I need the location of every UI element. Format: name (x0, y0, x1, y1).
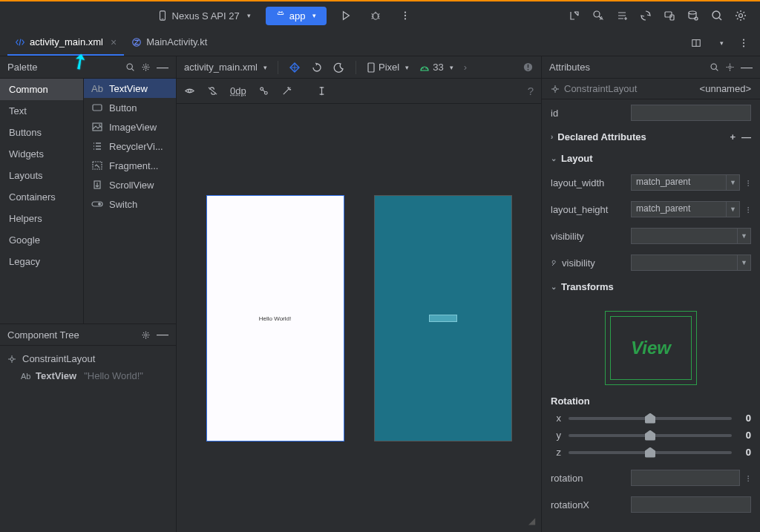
tab-main-activity[interactable]: MainActivity.kt (124, 30, 214, 56)
declared-attributes-header[interactable]: › Declared Attributes +— (542, 126, 760, 148)
flag-icon[interactable]: ⫶ (746, 473, 751, 484)
flag-icon[interactable]: ⫶ (746, 177, 751, 188)
palette-cat-buttons[interactable]: Buttons (0, 122, 83, 143)
minimize-icon[interactable]: — (157, 65, 168, 70)
rotation-title: Rotation (542, 393, 760, 410)
tree-root-label: ConstraintLayout (22, 353, 95, 364)
tree-child[interactable]: Ab TextView "Hello World!" (0, 367, 176, 384)
remove-icon[interactable]: — (741, 131, 751, 142)
debug-button[interactable] (365, 5, 386, 26)
palette-item-label: Fragment... (109, 160, 158, 171)
transforms-section-header[interactable]: ⌄ Transforms (542, 276, 760, 298)
tab-activity-main[interactable]: activity_main.xml × (7, 30, 124, 56)
orientation-icon[interactable] (311, 62, 323, 73)
api-picker[interactable]: 33 ▾ (419, 62, 453, 73)
layout-width-select[interactable]: match_parent (631, 174, 727, 191)
palette-cat-widgets[interactable]: Widgets (0, 143, 83, 165)
run-button[interactable] (335, 5, 356, 26)
split-view-button[interactable] (686, 33, 707, 53)
autoconnect-icon[interactable] (207, 85, 218, 96)
svg-point-15 (739, 14, 743, 18)
search-everywhere-button[interactable] (707, 5, 727, 26)
settings-button[interactable] (730, 5, 751, 26)
eye-icon[interactable] (184, 85, 195, 96)
gear-icon[interactable] (141, 62, 151, 72)
palette-cat-layouts[interactable]: Layouts (0, 165, 83, 186)
warning-icon[interactable] (522, 62, 534, 73)
more-actions-button[interactable] (395, 5, 416, 26)
gear-icon[interactable] (725, 62, 735, 72)
design-surface-icon[interactable] (289, 62, 301, 73)
gear-icon[interactable] (141, 330, 151, 340)
tools-visibility-select[interactable] (631, 254, 738, 271)
visibility-select[interactable] (631, 228, 738, 244)
chevron-down-icon[interactable]: ▼ (727, 201, 740, 217)
default-margin[interactable]: 0dp (230, 85, 246, 96)
palette-item-imageview[interactable]: ImageView (84, 117, 176, 137)
avd-button[interactable] (659, 5, 680, 26)
design-preview[interactable]: Hello World! (206, 195, 344, 441)
search-button[interactable]: A (588, 5, 609, 26)
chevron-right-icon[interactable]: › (464, 62, 467, 73)
rotationx-input[interactable] (631, 496, 751, 513)
rotation-x-slider: x 0 (542, 410, 760, 427)
breadcrumb[interactable]: activity_main.xml ▾ (184, 62, 267, 73)
slider-thumb[interactable] (645, 447, 655, 458)
slider-track[interactable] (569, 434, 732, 437)
search-icon[interactable] (710, 62, 719, 72)
slider-value: 0 (739, 447, 751, 458)
id-input[interactable] (631, 105, 751, 121)
palette-item-textview[interactable]: AbTextView (84, 79, 176, 98)
rotation-input[interactable] (631, 470, 740, 486)
minimize-icon[interactable]: — (157, 332, 168, 338)
build-button[interactable] (612, 5, 632, 26)
chevron-down-icon: ▾ (405, 64, 409, 71)
palette-item-recyclerview[interactable]: RecyclerVi... (84, 137, 176, 156)
palette-item-fragment[interactable]: Fragment... (84, 156, 176, 175)
guideline-icon[interactable] (316, 85, 327, 96)
slider-track[interactable] (569, 417, 732, 420)
svg-point-5 (404, 11, 406, 13)
layout-section-header[interactable]: ⌄ Layout (542, 148, 760, 169)
tab-dropdown-button[interactable]: ▾ (710, 33, 730, 53)
blueprint-widget[interactable] (430, 315, 456, 321)
infer-constraints-icon[interactable] (258, 85, 269, 96)
slider-thumb[interactable] (645, 430, 655, 441)
sync-button[interactable] (635, 5, 656, 26)
chevron-down-icon[interactable]: ▼ (738, 254, 751, 271)
palette-cat-google[interactable]: Google (0, 229, 83, 251)
palette-cat-containers[interactable]: Containers (0, 186, 83, 208)
blueprint-preview[interactable] (374, 195, 512, 441)
run-config-selector[interactable]: app ▾ (266, 7, 327, 25)
palette-cat-common[interactable]: Common (0, 79, 83, 100)
layout-height-select[interactable]: match_parent (631, 201, 727, 217)
tab-more-button[interactable] (733, 33, 754, 53)
resize-grip-icon[interactable]: ◢ (528, 516, 535, 526)
code-with-me-button[interactable] (564, 5, 585, 26)
component-tree: ConstraintLayout Ab TextView "Hello Worl… (0, 346, 176, 532)
palette-cat-helpers[interactable]: Helpers (0, 208, 83, 229)
device-picker[interactable]: Pixel ▾ (367, 62, 409, 73)
tree-root[interactable]: ConstraintLayout (0, 350, 176, 367)
palette-cat-legacy[interactable]: Legacy (0, 251, 83, 272)
palette-item-button[interactable]: Button (84, 98, 176, 117)
night-mode-icon[interactable] (333, 62, 345, 73)
palette-item-scrollview[interactable]: ScrollView (84, 175, 176, 194)
design-canvas[interactable]: Hello World! ◢ (177, 104, 541, 532)
chevron-down-icon[interactable]: ▼ (727, 174, 740, 191)
help-icon[interactable]: ? (528, 85, 534, 97)
wand-icon[interactable] (281, 85, 292, 96)
palette-cat-text[interactable]: Text (0, 100, 83, 122)
chevron-down-icon[interactable]: ▼ (738, 228, 751, 244)
palette-item-switch[interactable]: Switch (84, 194, 176, 214)
svg-point-33 (422, 68, 423, 68)
slider-track[interactable] (569, 451, 732, 454)
minimize-icon[interactable]: — (741, 65, 753, 70)
inspector-button[interactable] (683, 5, 704, 26)
slider-thumb[interactable] (645, 413, 655, 424)
device-selector[interactable]: Nexus S API 27 ▾ (151, 7, 257, 24)
close-icon[interactable]: × (111, 36, 117, 48)
search-icon[interactable] (125, 62, 135, 72)
add-icon[interactable]: + (730, 131, 736, 142)
flag-icon[interactable]: ⫶ (746, 204, 751, 215)
